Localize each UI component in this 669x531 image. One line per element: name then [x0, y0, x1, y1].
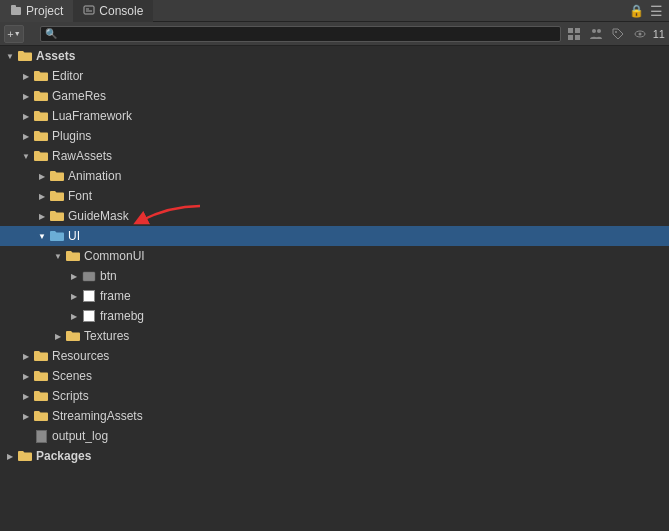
tree-item-scenes[interactable]: Scenes [0, 366, 669, 386]
arrow-gameres [20, 90, 32, 102]
arrow-assets [4, 50, 16, 62]
label-frame: frame [100, 289, 131, 303]
label-btn: btn [100, 269, 117, 283]
tree-item-btn[interactable]: btn [0, 266, 669, 286]
label-animation: Animation [68, 169, 121, 183]
search-bar[interactable]: 🔍 [40, 26, 561, 42]
tree-view: Assets Editor GameRes LuaFramework [0, 46, 669, 531]
tag-icon[interactable] [609, 25, 627, 43]
file-icon-outputlog [34, 429, 48, 443]
tab-console[interactable]: Console [73, 0, 153, 22]
count-badge: 11 [653, 28, 665, 40]
search-input[interactable] [60, 28, 556, 40]
add-button[interactable]: + ▼ [4, 25, 24, 43]
arrow-ui [36, 230, 48, 242]
label-textures: Textures [84, 329, 129, 343]
folder-icon-plugins [34, 129, 48, 143]
arrow-font [36, 190, 48, 202]
folder-icon-commonui [66, 249, 80, 263]
label-resources: Resources [52, 349, 109, 363]
tree-item-font[interactable]: Font [0, 186, 669, 206]
label-scenes: Scenes [52, 369, 92, 383]
tree-item-streamingassets[interactable]: StreamingAssets [0, 406, 669, 426]
console-tab-icon [83, 4, 95, 18]
tree-item-packages[interactable]: Packages [0, 446, 669, 466]
tree-item-editor[interactable]: Editor [0, 66, 669, 86]
arrow-editor [20, 70, 32, 82]
folder-icon-resources [34, 349, 48, 363]
folder-icon-guidemask [50, 209, 64, 223]
folder-icon-rawassets [34, 149, 48, 163]
arrow-scenes [20, 370, 32, 382]
tab-bar: Project Console 🔒 ☰ [0, 0, 669, 22]
label-guidemask: GuideMask [68, 209, 129, 223]
tree-item-gameres[interactable]: GameRes [0, 86, 669, 106]
label-editor: Editor [52, 69, 83, 83]
tab-project[interactable]: Project [0, 0, 73, 22]
svg-rect-5 [568, 28, 573, 33]
tab-right-icons: 🔒 ☰ [629, 3, 669, 19]
folder-icon-btn [82, 269, 96, 283]
toolbar-right-icons: 11 [565, 25, 665, 43]
arrow-animation [36, 170, 48, 182]
folder-icon-editor [34, 69, 48, 83]
arrow-rawassets [20, 150, 32, 162]
svg-rect-1 [11, 5, 16, 8]
tree-item-scripts[interactable]: Scripts [0, 386, 669, 406]
label-scripts: Scripts [52, 389, 89, 403]
arrow-commonui [52, 250, 64, 262]
svg-rect-7 [568, 35, 573, 40]
folder-icon-assets [18, 49, 32, 63]
label-assets: Assets [36, 49, 75, 63]
arrow-framebg [68, 310, 80, 322]
toolbar: + ▼ 🔍 11 [0, 22, 669, 46]
label-gameres: GameRes [52, 89, 106, 103]
folder-icon-gameres [34, 89, 48, 103]
arrow-guidemask [36, 210, 48, 222]
people-icon[interactable] [587, 25, 605, 43]
svg-rect-15 [83, 272, 95, 281]
tree-item-guidemask[interactable]: GuideMask [0, 206, 669, 226]
tab-project-label: Project [26, 4, 63, 18]
file-icon-framebg [82, 309, 96, 323]
add-dropdown-icon: ▼ [14, 30, 21, 37]
folder-icon-textures [66, 329, 80, 343]
tree-item-framebg[interactable]: framebg [0, 306, 669, 326]
tree-item-resources[interactable]: Resources [0, 346, 669, 366]
svg-point-10 [597, 29, 601, 33]
label-streamingassets: StreamingAssets [52, 409, 143, 423]
label-ui: UI [68, 229, 80, 243]
arrow-packages [4, 450, 16, 462]
svg-point-9 [592, 29, 596, 33]
project-tab-icon [10, 4, 22, 18]
svg-rect-6 [575, 28, 580, 33]
tree-item-rawassets[interactable]: RawAssets [0, 146, 669, 166]
arrow-luaframework [20, 110, 32, 122]
arrow-streamingassets [20, 410, 32, 422]
arrow-frame [68, 290, 80, 302]
folder-icon-scenes [34, 369, 48, 383]
search-icon: 🔍 [45, 28, 57, 39]
folder-icon-animation [50, 169, 64, 183]
arrow-scripts [20, 390, 32, 402]
tree-item-plugins[interactable]: Plugins [0, 126, 669, 146]
tree-item-ui[interactable]: UI [0, 226, 669, 246]
label-commonui: CommonUI [84, 249, 145, 263]
tree-item-commonui[interactable]: CommonUI [0, 246, 669, 266]
folder-icon-streamingassets [34, 409, 48, 423]
tree-item-luaframework[interactable]: LuaFramework [0, 106, 669, 126]
svg-point-11 [615, 31, 617, 33]
tree-item-outputlog[interactable]: ▶ output_log [0, 426, 669, 446]
eye-icon[interactable] [631, 25, 649, 43]
tree-item-frame[interactable]: frame [0, 286, 669, 306]
lock-icon: 🔒 [629, 4, 644, 18]
label-packages: Packages [36, 449, 91, 463]
folder-icon-luaframework [34, 109, 48, 123]
file-icon-frame [82, 289, 96, 303]
folder-icon-font [50, 189, 64, 203]
tree-item-textures[interactable]: Textures [0, 326, 669, 346]
view-toggle-icon[interactable] [565, 25, 583, 43]
more-options-icon[interactable]: ☰ [650, 3, 663, 19]
tree-item-animation[interactable]: Animation [0, 166, 669, 186]
tree-item-assets[interactable]: Assets [0, 46, 669, 66]
